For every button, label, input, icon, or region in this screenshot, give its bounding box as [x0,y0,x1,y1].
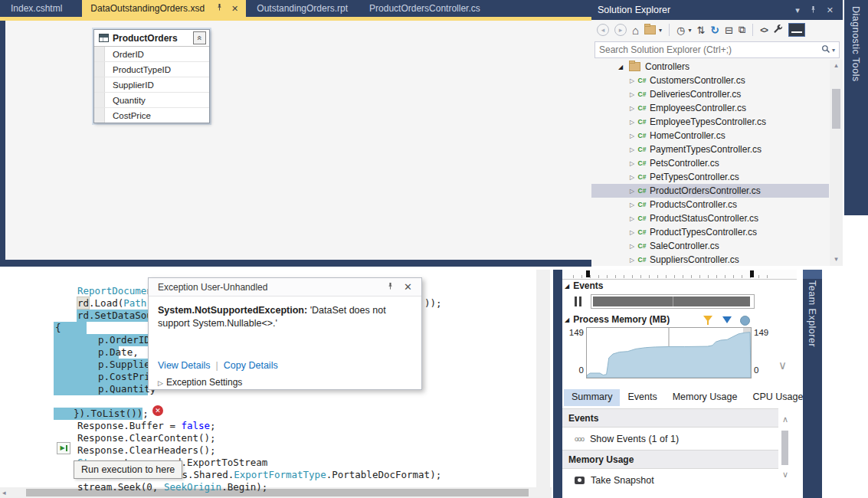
pause-icon[interactable] [575,297,584,306]
row-gutter [94,47,105,61]
exception-settings-toggle[interactable]: ▷Exception Settings [158,377,242,388]
events-section-header[interactable]: ◢Events [565,280,604,291]
process-memory-chart[interactable] [586,327,752,378]
process-memory-section-header[interactable]: ◢Process Memory (MB) [565,314,670,325]
dataset-field-costprice[interactable]: CostPrice [94,107,209,123]
code-token: ns.Shared. [176,469,234,480]
pending-changes-filter-icon[interactable]: ◷ [676,25,685,36]
scrollbar-thumb[interactable] [832,89,840,129]
tree-item-employeetypescontroller-cs[interactable]: ▷C#EmployeeTypesController.cs [591,115,829,129]
tree-item-petscontroller-cs[interactable]: ▷C#PetsController.cs [591,156,829,170]
search-icon[interactable] [821,44,830,56]
dataset-table-header[interactable]: ProductOrders « [94,30,209,47]
tree-item-homecontroller-cs[interactable]: ▷C#HomeController.cs [591,129,829,143]
field-label: Quantity [105,96,146,105]
diag-tab-memory-usage[interactable]: Memory Usage [665,389,745,406]
close-icon[interactable]: ✕ [827,5,834,15]
gc-marker-icon[interactable] [722,316,732,323]
collapse-all-icon[interactable]: ⊟ [725,25,733,36]
pin-icon[interactable] [809,5,817,15]
tree-item-productstatuscontroller-cs[interactable]: ▷C#ProductStatusController.cs [591,211,829,225]
csharp-file-icon: C# [636,187,648,195]
code-line: rd.SetDataSour [77,310,158,322]
tree-item-customerscontroller-cs[interactable]: ▷C#CustomersController.cs [591,74,829,87]
diagnostics-timeline-ruler[interactable] [562,270,797,280]
scroll-left-icon[interactable]: ◂ [2,489,6,496]
timeline-marker[interactable] [750,270,754,277]
exception-settings-label: Exception Settings [166,377,242,388]
dataset-field-quantity[interactable]: Quantity [94,92,209,107]
scroll-up-icon[interactable]: ▴ [830,61,843,69]
close-icon[interactable]: ✕ [231,4,238,14]
window-position-chevron-icon[interactable]: ▾ [795,5,800,15]
wrench-icon[interactable] [773,24,783,36]
file-label: HomeController.cs [650,130,726,141]
run-to-here-icon[interactable]: ▶ [57,442,70,454]
events-track[interactable] [591,294,755,309]
editor-vertical-scrollbar[interactable]: ▾ [536,270,550,498]
search-options-chevron-icon[interactable]: ▾ [832,47,835,54]
document-tab-outstandingorders-rpt[interactable]: OutstandingOrders.rpt [246,0,359,17]
exception-type: System.NotSupportedException: [158,305,307,316]
dataset-field-supplierid[interactable]: SupplierID [94,77,209,92]
scroll-down-icon[interactable]: ▾ [830,255,843,263]
tree-item-deliveriescontroller-cs[interactable]: ▷C#DeliveriesController.cs [591,87,829,101]
tab-team-explorer[interactable]: Team Explorer [803,270,822,498]
copy-details-link[interactable]: Copy Details [224,360,278,371]
switch-views-icon[interactable]: ⇅ [696,25,705,36]
dataset-table-productorders[interactable]: ProductOrders « OrderIDProductTypeIDSupp… [93,29,210,123]
preview-selected-items-toggle[interactable] [788,23,805,37]
scrollbar-thumb[interactable] [781,431,788,465]
summary-action-show-events-1-of-1-[interactable]: oooShow Events (1 of 1) [562,428,778,450]
summary-action-take-snapshot[interactable]: Take Snapshot [562,469,778,491]
panel-scroll-chevron-icon[interactable]: ∨ [778,359,787,372]
pin-icon[interactable] [386,282,395,292]
timeline-marker[interactable] [586,270,590,277]
view-code-icon[interactable]: <> [760,26,768,34]
code-token: stream.Seek(0, [77,481,164,493]
forward-icon[interactable]: ▸ [614,24,627,36]
row-gutter [94,93,105,107]
tree-item-paymenttypescontroller-cs[interactable]: ▷C#PaymentTypesController.cs [591,143,829,156]
sync-with-active-document-icon[interactable] [644,25,656,34]
scroll-down-icon[interactable]: ∨ [778,470,792,480]
ruler-tick [666,275,667,278]
collapsed-arrow-icon: ▷ [628,91,636,98]
dataset-field-producttypeid[interactable]: ProductTypeID [94,61,209,77]
error-badge-icon[interactable]: ✕ [152,405,163,416]
view-details-link[interactable]: View Details [158,360,211,371]
collapse-table-button[interactable]: « [193,31,206,44]
collapsed-arrow-icon: ▷ [628,257,636,264]
back-icon[interactable]: ◂ [597,24,609,36]
refresh-icon[interactable]: ↻ [710,24,719,36]
search-input[interactable] [595,44,821,56]
solution-explorer-scrollbar[interactable]: ▴ ▾ [830,60,843,266]
document-tab-dataoutstandingorders-xsd[interactable]: DataOutstandingOrders.xsd✕ [82,0,246,17]
close-icon[interactable]: ✕ [404,281,412,293]
tree-item-productscontroller-cs[interactable]: ▷C#ProductsController.cs [591,198,829,211]
snapshot-marker-icon[interactable] [740,316,750,326]
diag-tab-cpu-usage[interactable]: CPU Usage [745,389,811,406]
tree-item-employeescontroller-cs[interactable]: ▷C#EmployeesController.cs [591,101,829,115]
home-icon[interactable]: ⌂ [632,24,639,37]
tree-item-productorderscontroller-cs[interactable]: ▷C#ProductOrdersController.cs [591,184,829,198]
tree-item-pettypescontroller-cs[interactable]: ▷C#PetTypesController.cs [591,170,829,184]
sync-dropdown-chevron-icon[interactable]: ▾ [659,27,662,34]
properties-pages-icon[interactable]: ⧉ [739,24,745,36]
tab-diagnostic-tools[interactable]: Diagnostic Tools [844,0,868,215]
summary-scrollbar[interactable]: ∧ ∨ [778,408,792,498]
file-label: SaleController.cs [650,241,719,251]
diag-tab-summary[interactable]: Summary [564,389,620,406]
document-tab-index-cshtml[interactable]: Index.cshtml [0,0,73,17]
scroll-up-icon[interactable]: ∧ [778,414,792,424]
diag-tab-events[interactable]: Events [620,389,664,406]
pin-icon[interactable] [215,3,224,14]
document-tab-productorderscontroller-cs[interactable]: ProductOrdersController.cs [359,0,491,17]
tree-item-producttypescontroller-cs[interactable]: ▷C#ProductTypesController.cs [591,225,829,239]
tree-item-supplierscontroller-cs[interactable]: ▷C#SuppliersController.cs [591,253,829,266]
dataset-field-orderid[interactable]: OrderID [94,47,209,61]
solution-explorer-toolbar: ◂ ▸ ⌂ ▾ ◷ ▾ ⇅ ↻ ⊟ ⧉ <> [591,20,843,40]
tree-item-salecontroller-cs[interactable]: ▷C#SaleController.cs [591,239,829,253]
tree-folder-controllers[interactable]: ◢Controllers [591,60,829,74]
filter-dropdown-chevron-icon[interactable]: ▾ [688,27,691,34]
